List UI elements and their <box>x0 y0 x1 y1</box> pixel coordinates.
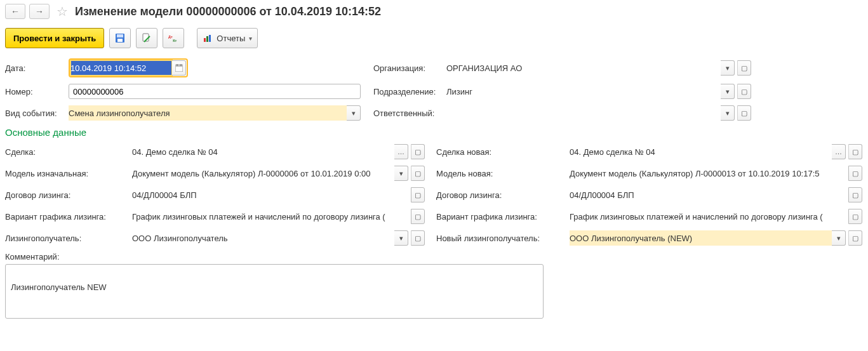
lessee-input[interactable]: ООО Лизингополучатель <box>132 230 394 246</box>
open-external-icon: ▢ <box>852 213 858 221</box>
model-new-label: Модель новая: <box>436 169 493 178</box>
division-open-button[interactable]: ▢ <box>737 84 751 99</box>
comment-text: Лизингополучатель NEW <box>11 282 107 292</box>
chevron-down-icon: ▾ <box>399 169 403 178</box>
schedule-input[interactable]: График лизинговых платежей и начислений … <box>132 209 408 224</box>
organization-open-button[interactable]: ▢ <box>737 60 751 76</box>
chevron-down-icon: ▾ <box>726 109 730 117</box>
chevron-down-icon: ▾ <box>352 109 356 117</box>
chevron-down-icon: ▾ <box>249 35 252 42</box>
contract-label: Договор лизинга: <box>5 190 70 200</box>
arrow-left-icon: ← <box>11 6 20 17</box>
svg-rect-10 <box>175 65 183 67</box>
open-external-icon: ▢ <box>741 88 747 96</box>
schedule-input-r[interactable]: График лизинговых платежей и начислений … <box>570 209 846 224</box>
division-dropdown-button[interactable]: ▾ <box>721 84 735 99</box>
open-external-icon: ▢ <box>415 148 421 156</box>
open-external-icon: ▢ <box>852 191 858 199</box>
lessee-new-input[interactable]: ООО Лизингополучатель (NEW) <box>570 230 832 246</box>
nav-forward-button[interactable]: → <box>29 4 50 19</box>
responsible-dropdown-button[interactable]: ▾ <box>721 105 735 121</box>
model-orig-label: Модель изначальная: <box>5 169 88 178</box>
floppy-disk-icon <box>115 33 125 43</box>
save-button[interactable] <box>109 28 131 48</box>
dtkt-button[interactable]: ДтКт <box>163 28 184 48</box>
ellipsis-icon: … <box>835 148 842 156</box>
contract-label-r: Договор лизинга: <box>436 190 502 200</box>
reports-dropdown-button[interactable]: Отчеты ▾ <box>197 28 258 48</box>
date-input[interactable]: 10.04.2019 10:14:52 <box>70 60 172 76</box>
schedule-label: Вариант графика лизинга: <box>5 212 106 222</box>
model-new-input[interactable]: Документ модель (Калькулятор) Л-0000013 … <box>570 166 846 181</box>
comment-label: Комментарий: <box>5 252 862 262</box>
contract-open-button[interactable]: ▢ <box>411 187 425 202</box>
open-external-icon: ▢ <box>741 109 747 117</box>
post-and-close-button[interactable]: Провести и закрыть <box>5 28 104 48</box>
schedule-label-r: Вариант графика лизинга: <box>436 212 537 222</box>
open-external-icon: ▢ <box>415 213 421 221</box>
deal-new-input[interactable]: 04. Демо сделка № 04 <box>570 144 832 159</box>
event-type-label: Вид события: <box>5 109 57 118</box>
lessee-open-button[interactable]: ▢ <box>411 230 425 246</box>
event-type-input[interactable]: Смена лизингополучателя <box>69 105 347 121</box>
favorite-star-icon[interactable]: ☆ <box>56 5 69 18</box>
number-input[interactable] <box>69 84 361 99</box>
arrow-right-icon: → <box>35 6 44 17</box>
open-external-icon: ▢ <box>852 169 858 178</box>
division-input[interactable]: Лизинг <box>446 84 721 99</box>
ellipsis-icon: … <box>397 148 404 156</box>
schedule-open-button-r[interactable]: ▢ <box>848 209 862 224</box>
deal-open-button[interactable]: ▢ <box>411 144 425 159</box>
calendar-icon <box>175 64 183 72</box>
model-orig-dropdown-button[interactable]: ▾ <box>394 166 408 181</box>
deal-new-label: Сделка новая: <box>436 147 491 157</box>
comment-textarea[interactable]: Лизингополучатель NEW <box>5 264 544 319</box>
lessee-label: Лизингополучатель: <box>5 234 81 243</box>
chevron-down-icon: ▾ <box>726 88 730 96</box>
chevron-down-icon: ▾ <box>837 234 841 242</box>
deal-new-open-button[interactable]: ▢ <box>848 144 862 159</box>
lessee-new-label: Новый лизингополучатель: <box>436 234 540 243</box>
contract-input[interactable]: 04/ДЛ00004 БЛП <box>132 187 408 202</box>
calendar-picker-button[interactable] <box>172 60 186 76</box>
chevron-down-icon: ▾ <box>399 234 403 242</box>
svg-rect-8 <box>209 35 211 42</box>
svg-text:Кт: Кт <box>173 39 177 43</box>
model-orig-open-button[interactable]: ▢ <box>411 166 425 181</box>
lessee-dropdown-button[interactable]: ▾ <box>394 230 408 246</box>
open-external-icon: ▢ <box>852 148 858 156</box>
open-external-icon: ▢ <box>741 64 747 72</box>
svg-rect-1 <box>117 34 123 37</box>
svg-rect-2 <box>117 39 123 42</box>
model-orig-input[interactable]: Документ модель (Калькулятор) Л-0000006 … <box>132 166 394 181</box>
dtkt-icon: ДтКт <box>168 33 178 43</box>
schedule-open-button[interactable]: ▢ <box>411 209 425 224</box>
svg-rect-7 <box>206 36 208 42</box>
open-external-icon: ▢ <box>852 234 858 242</box>
organization-dropdown-button[interactable]: ▾ <box>721 60 735 76</box>
deal-choose-button[interactable]: … <box>394 144 408 159</box>
division-label: Подразделение: <box>373 87 436 96</box>
organization-label: Организация: <box>373 63 425 73</box>
reports-label: Отчеты <box>217 34 245 43</box>
number-label: Номер: <box>5 87 33 96</box>
deal-input[interactable]: 04. Демо сделка № 04 <box>132 144 394 159</box>
open-external-icon: ▢ <box>415 191 421 199</box>
event-type-dropdown-button[interactable]: ▾ <box>347 105 361 121</box>
post-button[interactable] <box>136 28 157 48</box>
svg-rect-6 <box>204 38 206 42</box>
model-new-open-button[interactable]: ▢ <box>848 166 862 181</box>
responsible-open-button[interactable]: ▢ <box>737 105 751 121</box>
lessee-new-open-button[interactable]: ▢ <box>848 230 862 246</box>
svg-text:Дт: Дт <box>168 35 173 39</box>
responsible-input[interactable] <box>446 105 721 121</box>
organization-input[interactable]: ОРГАНИЗАЦИЯ АО <box>446 60 721 76</box>
section-title-main: Основные данные <box>5 127 862 138</box>
post-and-close-label: Провести и закрыть <box>13 34 96 43</box>
lessee-new-dropdown-button[interactable]: ▾ <box>832 230 846 246</box>
contract-input-r[interactable]: 04/ДЛ00004 БЛП <box>570 187 846 202</box>
nav-back-button[interactable]: ← <box>5 4 25 19</box>
deal-label: Сделка: <box>5 147 36 157</box>
deal-new-choose-button[interactable]: … <box>832 144 846 159</box>
contract-open-button-r[interactable]: ▢ <box>848 187 862 202</box>
